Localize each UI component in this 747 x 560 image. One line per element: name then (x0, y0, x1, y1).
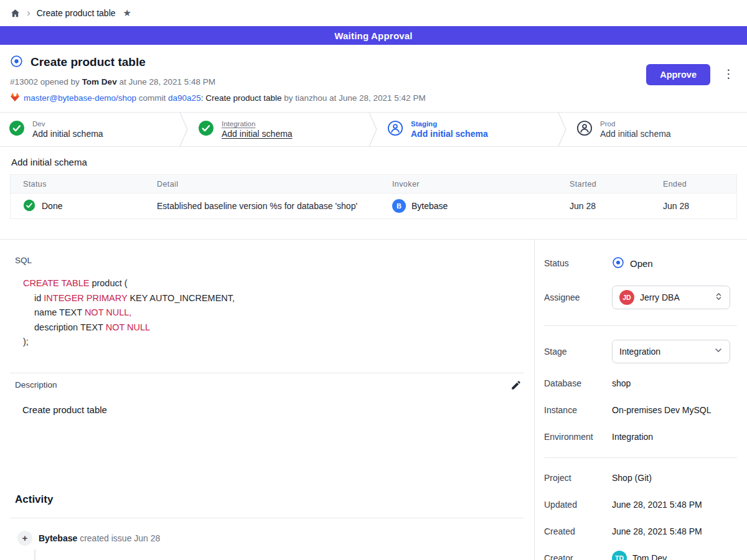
stage-task-link[interactable]: Add initial schema (222, 129, 293, 139)
approve-button[interactable]: Approve (646, 64, 710, 85)
stage-env-label: Dev (32, 120, 103, 128)
avatar: TD (612, 551, 627, 560)
activity-heading: Activity (15, 493, 534, 506)
chevron-updown-icon (714, 292, 723, 304)
stage-dev[interactable]: Dev Add initial schema (0, 113, 179, 146)
task-heading: Add initial schema (11, 157, 737, 167)
task-table: Status Detail Invoker Started Ended Done… (10, 174, 737, 219)
column-detail: Detail (144, 180, 380, 189)
timeline-line (34, 549, 35, 560)
stage-env-label: Prod (600, 120, 671, 128)
column-ended: Ended (651, 180, 736, 189)
sql-code-block: CREATE TABLE product ( id INTEGER PRIMAR… (23, 276, 534, 350)
sql-text: description TEXT (34, 322, 106, 332)
task-detail: Established baseline version %s for data… (144, 201, 380, 211)
creator-label: Creator (544, 553, 612, 560)
commit-info: master@bytebase-demo/shop commit da90a25… (10, 92, 426, 104)
open-status-icon (10, 55, 23, 70)
updated-label: Updated (544, 500, 612, 510)
project-value: Shop (Git) (612, 473, 652, 483)
issue-open-time: at June 28, 2021 5:48 PM (117, 77, 215, 86)
sql-text: KEY AUTO_INCREMENT, (127, 293, 235, 303)
issue-header: Create product table #13002 opened by To… (0, 45, 747, 112)
activity-item: + Bytebase created issue Jun 28 (10, 531, 534, 546)
database-value: shop (612, 378, 631, 388)
stage-separator-icon (369, 113, 378, 146)
column-invoker: Invoker (380, 180, 557, 189)
person-circle-icon (387, 120, 403, 139)
stage-staging[interactable]: Staging Add initial schema (378, 113, 558, 146)
sql-text: id (34, 293, 44, 303)
instance-label: Instance (544, 405, 612, 415)
sql-text: name TEXT (34, 307, 85, 317)
database-label: Database (544, 378, 612, 388)
task-ended: Jun 28 (651, 201, 736, 211)
task-status: Done (42, 201, 62, 211)
favorite-star-icon[interactable]: ★ (123, 7, 131, 19)
environment-value: Integration (612, 432, 653, 442)
branch-repo-link[interactable]: master@bytebase-demo/shop (24, 93, 136, 103)
activity-action: created issue Jun 28 (77, 533, 160, 543)
stage-env-link[interactable]: Integration (222, 120, 293, 128)
activity-actor: Bytebase (39, 533, 77, 543)
created-label: Created (544, 526, 612, 536)
issue-author: Tom Dev (82, 77, 117, 86)
sql-text: product ( (89, 278, 127, 288)
status-value: Open (630, 258, 653, 269)
edit-pencil-icon[interactable] (510, 380, 522, 391)
commit-word: commit (139, 93, 166, 103)
column-started: Started (557, 180, 651, 189)
more-actions-icon[interactable]: ⋮ (720, 64, 737, 83)
environment-label: Environment (544, 432, 612, 442)
assignee-select[interactable]: JD Jerry DBA (612, 286, 730, 309)
bytebase-issue-page: › Create product table ★ Waiting Approva… (0, 0, 747, 560)
breadcrumb: › Create product table ★ (0, 0, 747, 26)
status-banner: Waiting Approval (0, 26, 747, 45)
stage-task-link[interactable]: Add initial schema (32, 129, 103, 139)
stage-prod[interactable]: Prod Add initial schema (568, 113, 747, 146)
assignee-value: Jerry DBA (640, 292, 708, 302)
avatar: B (392, 199, 406, 213)
commit-hash-link[interactable]: da90a25 (168, 93, 201, 103)
table-row: Done Established baseline version %s for… (11, 194, 736, 218)
stage-task-link[interactable]: Add initial schema (411, 129, 488, 139)
sql-keyword: CREATE TABLE (23, 278, 89, 288)
stage-integration[interactable]: Integration Add initial schema (189, 113, 369, 146)
stage-select[interactable]: Integration (612, 340, 730, 363)
breadcrumb-separator-icon: › (27, 7, 31, 18)
description-label: Description (15, 380, 57, 390)
status-label: Status (544, 258, 612, 268)
stage-label: Stage (544, 347, 612, 357)
issue-number: #13002 opened by (10, 77, 80, 86)
gitlab-icon (10, 92, 20, 104)
divider (10, 518, 524, 518)
task-section: Add initial schema Status Detail Invoker… (0, 157, 747, 239)
breadcrumb-title: Create product table (37, 8, 116, 18)
page-title: Create product table (31, 55, 146, 69)
avatar: JD (619, 290, 634, 305)
description-content: Create product table (22, 404, 534, 415)
sql-keyword: NOT NULL, (85, 307, 131, 317)
stage-task-link[interactable]: Add initial schema (600, 129, 671, 139)
divider (544, 325, 737, 326)
commit-byline: by tianzhou at June 28, 2021 5:42 PM (281, 93, 425, 103)
person-circle-icon (576, 120, 593, 139)
pipeline-stages: Dev Add initial schema Integration Add i… (0, 112, 747, 147)
invoker-name: Bytebase (411, 201, 448, 211)
sql-label: SQL (15, 240, 534, 265)
plus-icon: + (17, 531, 32, 546)
sql-keyword: INTEGER PRIMARY (44, 293, 127, 303)
divider (10, 373, 524, 373)
stage-separator-icon (558, 113, 568, 146)
assignee-label: Assignee (544, 292, 612, 302)
home-icon[interactable] (10, 8, 21, 19)
main-panel: SQL CREATE TABLE product ( id INTEGER PR… (0, 240, 534, 560)
check-circle-icon (198, 120, 214, 139)
stage-env-label: Staging (411, 120, 488, 128)
stage-value: Integration (619, 347, 708, 357)
column-status: Status (11, 180, 144, 189)
sql-text: ); (23, 337, 29, 347)
sql-keyword: NOT NULL (106, 322, 150, 332)
chevron-down-icon (713, 345, 723, 358)
check-circle-icon (9, 120, 25, 139)
